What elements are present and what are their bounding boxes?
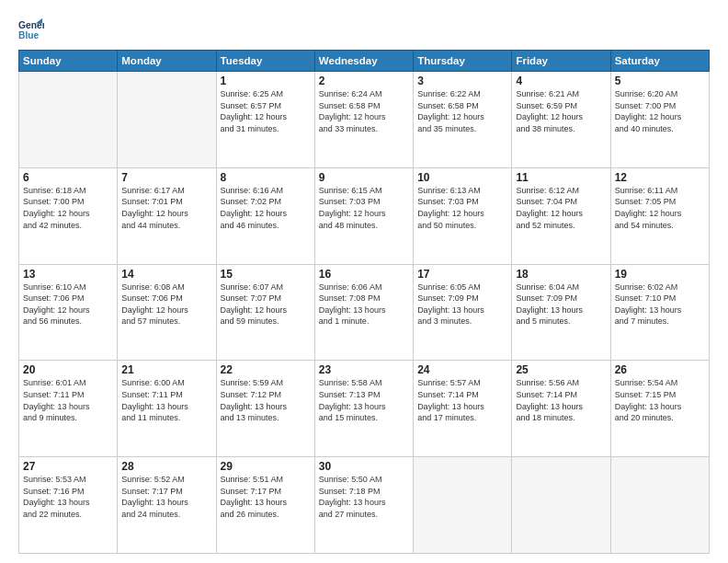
day-number: 9	[319, 171, 409, 184]
weekday-header-thursday: Thursday	[414, 51, 512, 72]
day-number: 28	[121, 460, 211, 473]
calendar-cell	[512, 457, 610, 554]
day-number: 15	[221, 268, 311, 281]
calendar-cell: 16Sunrise: 6:06 AM Sunset: 7:08 PM Dayli…	[314, 264, 413, 361]
weekday-header-wednesday: Wednesday	[314, 51, 413, 72]
calendar-cell: 24Sunrise: 5:57 AM Sunset: 7:14 PM Dayli…	[414, 361, 512, 457]
calendar-cell: 27Sunrise: 5:53 AM Sunset: 7:16 PM Dayli…	[19, 457, 118, 554]
day-info: Sunrise: 5:51 AM Sunset: 7:17 PM Dayligh…	[221, 474, 311, 520]
calendar-cell: 4Sunrise: 6:21 AM Sunset: 6:59 PM Daylig…	[512, 72, 610, 168]
logo-icon: General Blue	[18, 17, 44, 42]
day-number: 23	[319, 363, 409, 376]
day-number: 2	[319, 75, 409, 87]
page: General Blue SundayMondayTuesdayWednesda…	[0, 0, 728, 563]
weekday-header-saturday: Saturday	[610, 51, 709, 72]
day-info: Sunrise: 6:17 AM Sunset: 7:01 PM Dayligh…	[121, 185, 211, 231]
day-info: Sunrise: 6:02 AM Sunset: 7:10 PM Dayligh…	[615, 282, 705, 327]
calendar-cell: 22Sunrise: 5:59 AM Sunset: 7:12 PM Dayli…	[216, 361, 314, 457]
logo: General Blue	[18, 17, 48, 42]
day-info: Sunrise: 6:04 AM Sunset: 7:09 PM Dayligh…	[516, 282, 606, 327]
day-number: 11	[516, 171, 606, 184]
day-number: 6	[23, 171, 113, 184]
day-info: Sunrise: 5:54 AM Sunset: 7:15 PM Dayligh…	[615, 377, 705, 423]
day-number: 20	[23, 363, 113, 376]
calendar-cell: 5Sunrise: 6:20 AM Sunset: 7:00 PM Daylig…	[610, 72, 709, 168]
calendar-table: SundayMondayTuesdayWednesdayThursdayFrid…	[18, 50, 710, 554]
day-info: Sunrise: 6:15 AM Sunset: 7:03 PM Dayligh…	[319, 185, 409, 231]
day-number: 12	[615, 171, 705, 184]
calendar-cell: 11Sunrise: 6:12 AM Sunset: 7:04 PM Dayli…	[512, 167, 610, 264]
calendar-cell: 14Sunrise: 6:08 AM Sunset: 7:06 PM Dayli…	[118, 264, 216, 361]
day-info: Sunrise: 5:53 AM Sunset: 7:16 PM Dayligh…	[23, 474, 113, 520]
weekday-header-friday: Friday	[512, 51, 610, 72]
calendar-cell: 15Sunrise: 6:07 AM Sunset: 7:07 PM Dayli…	[216, 264, 314, 361]
day-number: 1	[221, 75, 311, 87]
day-info: Sunrise: 6:01 AM Sunset: 7:11 PM Dayligh…	[23, 377, 113, 423]
calendar-cell: 19Sunrise: 6:02 AM Sunset: 7:10 PM Dayli…	[610, 264, 709, 361]
calendar-cell: 28Sunrise: 5:52 AM Sunset: 7:17 PM Dayli…	[118, 457, 216, 554]
day-info: Sunrise: 5:56 AM Sunset: 7:14 PM Dayligh…	[516, 377, 606, 423]
day-info: Sunrise: 6:24 AM Sunset: 6:58 PM Dayligh…	[319, 88, 409, 134]
week-row-1: 1Sunrise: 6:25 AM Sunset: 6:57 PM Daylig…	[19, 72, 710, 168]
day-number: 17	[417, 268, 507, 281]
weekday-header-row: SundayMondayTuesdayWednesdayThursdayFrid…	[19, 51, 710, 72]
day-number: 8	[221, 171, 311, 184]
day-number: 13	[23, 268, 113, 281]
day-number: 18	[516, 268, 606, 281]
day-info: Sunrise: 5:59 AM Sunset: 7:12 PM Dayligh…	[221, 377, 311, 423]
calendar-cell: 25Sunrise: 5:56 AM Sunset: 7:14 PM Dayli…	[512, 361, 610, 457]
day-info: Sunrise: 6:05 AM Sunset: 7:09 PM Dayligh…	[417, 282, 507, 327]
day-info: Sunrise: 6:21 AM Sunset: 6:59 PM Dayligh…	[516, 88, 606, 134]
day-info: Sunrise: 6:10 AM Sunset: 7:06 PM Dayligh…	[23, 282, 113, 327]
day-info: Sunrise: 6:06 AM Sunset: 7:08 PM Dayligh…	[319, 282, 409, 327]
day-number: 30	[319, 460, 409, 473]
calendar-cell: 26Sunrise: 5:54 AM Sunset: 7:15 PM Dayli…	[610, 361, 709, 457]
day-number: 4	[516, 75, 606, 87]
day-number: 25	[516, 363, 606, 376]
day-number: 10	[417, 171, 507, 184]
calendar-cell: 18Sunrise: 6:04 AM Sunset: 7:09 PM Dayli…	[512, 264, 610, 361]
day-info: Sunrise: 6:22 AM Sunset: 6:58 PM Dayligh…	[417, 88, 507, 134]
day-info: Sunrise: 6:11 AM Sunset: 7:05 PM Dayligh…	[615, 185, 705, 231]
weekday-header-monday: Monday	[118, 51, 216, 72]
day-number: 14	[121, 268, 211, 281]
calendar-cell	[118, 72, 216, 168]
day-number: 16	[319, 268, 409, 281]
day-info: Sunrise: 6:07 AM Sunset: 7:07 PM Dayligh…	[221, 282, 311, 327]
calendar-cell: 13Sunrise: 6:10 AM Sunset: 7:06 PM Dayli…	[19, 264, 118, 361]
calendar-cell: 3Sunrise: 6:22 AM Sunset: 6:58 PM Daylig…	[414, 72, 512, 168]
day-info: Sunrise: 6:18 AM Sunset: 7:00 PM Dayligh…	[23, 185, 113, 231]
day-number: 26	[615, 363, 705, 376]
day-number: 5	[615, 75, 705, 87]
day-info: Sunrise: 6:25 AM Sunset: 6:57 PM Dayligh…	[221, 88, 311, 134]
day-number: 22	[221, 363, 311, 376]
day-info: Sunrise: 6:12 AM Sunset: 7:04 PM Dayligh…	[516, 185, 606, 231]
weekday-header-sunday: Sunday	[19, 51, 118, 72]
day-info: Sunrise: 5:50 AM Sunset: 7:18 PM Dayligh…	[319, 474, 409, 520]
day-number: 29	[221, 460, 311, 473]
week-row-4: 20Sunrise: 6:01 AM Sunset: 7:11 PM Dayli…	[19, 361, 710, 457]
day-info: Sunrise: 6:08 AM Sunset: 7:06 PM Dayligh…	[121, 282, 211, 327]
calendar-cell	[414, 457, 512, 554]
weekday-header-tuesday: Tuesday	[216, 51, 314, 72]
calendar-cell	[610, 457, 709, 554]
day-info: Sunrise: 6:13 AM Sunset: 7:03 PM Dayligh…	[417, 185, 507, 231]
calendar-cell	[19, 72, 118, 168]
calendar-cell: 29Sunrise: 5:51 AM Sunset: 7:17 PM Dayli…	[216, 457, 314, 554]
calendar-cell: 9Sunrise: 6:15 AM Sunset: 7:03 PM Daylig…	[314, 167, 413, 264]
calendar-cell: 2Sunrise: 6:24 AM Sunset: 6:58 PM Daylig…	[314, 72, 413, 168]
day-info: Sunrise: 6:00 AM Sunset: 7:11 PM Dayligh…	[121, 377, 211, 423]
svg-text:Blue: Blue	[18, 30, 40, 40]
week-row-5: 27Sunrise: 5:53 AM Sunset: 7:16 PM Dayli…	[19, 457, 710, 554]
calendar-cell: 10Sunrise: 6:13 AM Sunset: 7:03 PM Dayli…	[414, 167, 512, 264]
week-row-3: 13Sunrise: 6:10 AM Sunset: 7:06 PM Dayli…	[19, 264, 710, 361]
calendar-cell: 6Sunrise: 6:18 AM Sunset: 7:00 PM Daylig…	[19, 167, 118, 264]
day-info: Sunrise: 5:52 AM Sunset: 7:17 PM Dayligh…	[121, 474, 211, 520]
calendar-cell: 30Sunrise: 5:50 AM Sunset: 7:18 PM Dayli…	[314, 457, 413, 554]
calendar-cell: 20Sunrise: 6:01 AM Sunset: 7:11 PM Dayli…	[19, 361, 118, 457]
day-number: 19	[615, 268, 705, 281]
calendar-cell: 8Sunrise: 6:16 AM Sunset: 7:02 PM Daylig…	[216, 167, 314, 264]
day-info: Sunrise: 6:20 AM Sunset: 7:00 PM Dayligh…	[615, 88, 705, 134]
header: General Blue	[18, 17, 710, 42]
day-number: 3	[417, 75, 507, 87]
